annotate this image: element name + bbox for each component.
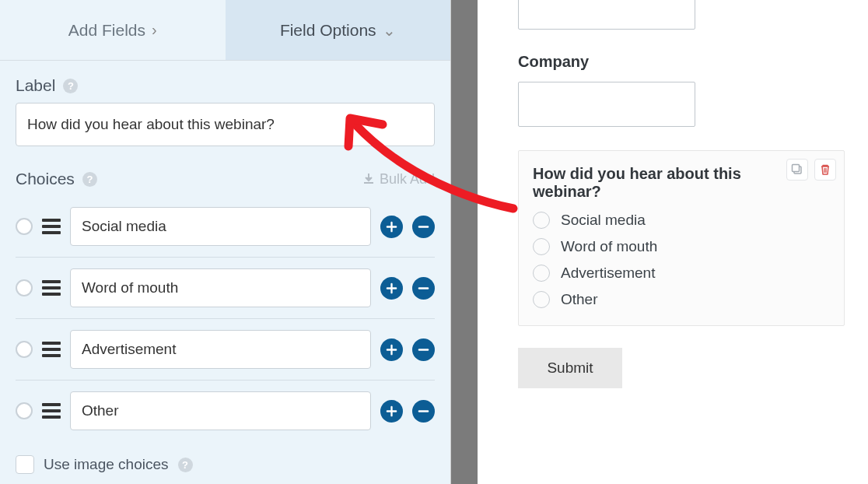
submit-button[interactable]: Submit — [518, 348, 622, 388]
help-icon[interactable]: ? — [178, 458, 193, 472]
option-row[interactable]: Word of mouth — [533, 238, 830, 255]
field-options-panel: Add Fields › Field Options ⌄ Label ? Cho… — [0, 0, 451, 484]
option-row[interactable]: Social media — [533, 212, 830, 229]
text-input-preview[interactable] — [518, 0, 695, 30]
field-actions — [786, 159, 836, 181]
default-radio[interactable] — [16, 218, 33, 235]
drag-handle-icon[interactable] — [42, 342, 61, 357]
question-label: How did you hear about this webinar? — [533, 165, 758, 201]
panel-tabs: Add Fields › Field Options ⌄ — [0, 0, 450, 61]
form-preview: Company How did you hear about this webi… — [478, 0, 868, 484]
choices-list — [0, 196, 450, 441]
drag-handle-icon[interactable] — [42, 219, 61, 234]
toggle-label: Use image choices — [44, 456, 169, 473]
panel-divider — [451, 0, 478, 484]
selected-field[interactable]: How did you hear about this webinar? Soc… — [518, 150, 845, 326]
tab-label: Add Fields — [68, 21, 145, 40]
choice-row — [16, 258, 435, 319]
checkbox[interactable] — [16, 455, 34, 474]
choice-row — [16, 196, 435, 258]
remove-choice-button[interactable] — [412, 216, 435, 238]
drag-handle-icon[interactable] — [42, 403, 61, 419]
label-text: Label — [16, 76, 55, 95]
option-label: Other — [561, 291, 598, 308]
copy-icon — [791, 163, 803, 176]
download-icon — [362, 173, 375, 185]
image-choices-toggle[interactable]: Use image choices ? — [0, 441, 450, 474]
tab-label: Field Options — [280, 21, 376, 40]
choices-section: Choices ? Bulk Add — [0, 154, 450, 196]
tab-add-fields[interactable]: Add Fields › — [0, 0, 226, 60]
option-label: Word of mouth — [561, 238, 657, 255]
field-label: Company — [518, 53, 845, 71]
radio-icon — [533, 265, 550, 282]
label-section: Label ? — [0, 61, 450, 154]
remove-choice-button[interactable] — [412, 277, 435, 300]
option-row[interactable]: Advertisement — [533, 265, 830, 282]
option-row[interactable]: Other — [533, 291, 830, 308]
chevron-right-icon: › — [152, 21, 157, 39]
svg-rect-1 — [793, 165, 800, 172]
choices-heading: Choices ? — [16, 170, 97, 188]
choice-input[interactable] — [70, 207, 371, 246]
choice-input[interactable] — [70, 330, 371, 369]
help-icon[interactable]: ? — [63, 79, 78, 93]
drag-handle-icon[interactable] — [42, 280, 61, 296]
help-icon[interactable]: ? — [82, 172, 97, 187]
preview-field-company: Company — [518, 53, 845, 127]
radio-icon — [533, 291, 550, 308]
choice-row — [16, 319, 435, 381]
add-choice-button[interactable] — [380, 277, 403, 300]
option-label: Social media — [561, 212, 646, 229]
duplicate-button[interactable] — [786, 159, 808, 181]
remove-choice-button[interactable] — [412, 338, 435, 361]
tab-field-options[interactable]: Field Options ⌄ — [226, 0, 451, 60]
choice-row — [16, 381, 435, 441]
default-radio[interactable] — [16, 341, 33, 358]
add-choice-button[interactable] — [380, 338, 403, 361]
default-radio[interactable] — [16, 402, 33, 419]
label-input[interactable] — [16, 103, 435, 146]
option-label: Advertisement — [561, 265, 655, 282]
bulk-add-button[interactable]: Bulk Add — [362, 171, 435, 188]
bulk-add-label: Bulk Add — [380, 171, 435, 188]
choice-input[interactable] — [70, 268, 371, 307]
delete-button[interactable] — [814, 159, 836, 181]
default-radio[interactable] — [16, 279, 33, 296]
chevron-down-icon: ⌄ — [383, 21, 396, 40]
text-input-preview[interactable] — [518, 82, 695, 127]
remove-choice-button[interactable] — [412, 400, 435, 423]
trash-icon — [819, 163, 831, 176]
radio-icon — [533, 238, 550, 255]
radio-icon — [533, 212, 550, 229]
preview-field — [518, 0, 845, 30]
choices-text: Choices — [16, 170, 75, 188]
add-choice-button[interactable] — [380, 400, 403, 423]
label-heading: Label ? — [16, 76, 78, 95]
add-choice-button[interactable] — [380, 216, 403, 238]
choice-input[interactable] — [70, 391, 371, 430]
